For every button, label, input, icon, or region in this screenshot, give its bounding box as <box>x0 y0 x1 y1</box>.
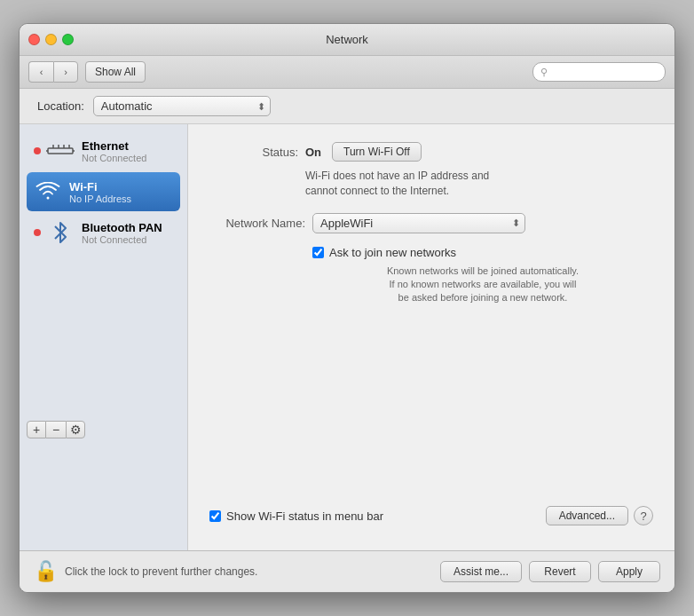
titlebar: Network <box>20 24 674 56</box>
sidebar: Ethernet Not Connected Wi-Fi No IP Add <box>20 124 188 550</box>
svg-rect-0 <box>48 148 73 154</box>
network-window: Network ‹ › Show All ⚲ Location: Automat… <box>19 23 675 593</box>
show-all-button[interactable]: Show All <box>85 61 146 83</box>
status-row: Status: On Turn Wi-Fi Off <box>209 142 653 162</box>
ethernet-status-dot <box>34 147 41 154</box>
search-icon: ⚲ <box>540 67 548 78</box>
search-box: ⚲ <box>532 62 666 82</box>
bluetooth-status-dot <box>34 229 41 236</box>
network-name-row: Network Name: AppleWiFi <box>209 213 653 233</box>
maximize-button[interactable] <box>62 34 74 45</box>
close-button[interactable] <box>28 34 40 45</box>
remove-network-button[interactable]: − <box>46 421 66 438</box>
status-value: On <box>305 146 321 159</box>
ask-to-join-description: Known networks will be joined automatica… <box>312 265 653 305</box>
ask-to-join-checkbox[interactable] <box>312 247 324 258</box>
help-button[interactable]: ? <box>634 506 653 525</box>
advanced-button[interactable]: Advanced... <box>546 506 628 525</box>
location-select-wrapper: Automatic Edit Locations... <box>93 96 271 116</box>
main-content: Ethernet Not Connected Wi-Fi No IP Add <box>20 124 674 550</box>
location-bar: Location: Automatic Edit Locations... <box>20 89 674 124</box>
back-button[interactable]: ‹ <box>28 61 53 83</box>
ethernet-icon <box>46 137 75 165</box>
apply-button[interactable]: Apply <box>598 561 660 582</box>
wifi-status: No IP Address <box>69 193 173 204</box>
network-name-select[interactable]: AppleWiFi <box>312 213 525 233</box>
bottom-row: 🔓 Click the lock to prevent further chan… <box>20 550 674 592</box>
lock-text: Click the lock to prevent further change… <box>65 565 257 578</box>
search-input[interactable] <box>550 66 658 78</box>
bluetooth-icon <box>46 218 75 247</box>
sidebar-item-ethernet[interactable]: Ethernet Not Connected <box>27 131 180 170</box>
ask-to-join-label: Ask to join new networks <box>329 246 456 259</box>
bluetooth-item-text: Bluetooth PAN Not Connected <box>82 221 173 245</box>
status-description: Wi-Fi does not have an IP address and ca… <box>305 169 653 199</box>
revert-button[interactable]: Revert <box>529 561 591 582</box>
show-wifi-status-row: Show Wi-Fi status in menu bar Advanced..… <box>209 506 653 525</box>
network-select-wrapper: AppleWiFi <box>312 213 525 233</box>
show-wifi-status-checkbox[interactable] <box>209 510 221 522</box>
minimize-button[interactable] <box>45 34 57 45</box>
wifi-item-text: Wi-Fi No IP Address <box>69 180 173 204</box>
sidebar-actions: + − ⚙ <box>27 421 85 438</box>
sidebar-item-wifi[interactable]: Wi-Fi No IP Address <box>27 172 180 211</box>
nav-buttons: ‹ › <box>28 61 78 83</box>
bottom-buttons: Assist me... Revert Apply <box>440 561 660 582</box>
lock-icon[interactable]: 🔓 <box>34 560 58 583</box>
sidebar-item-bluetooth[interactable]: Bluetooth PAN Not Connected <box>27 213 180 252</box>
turn-wifi-off-button[interactable]: Turn Wi-Fi Off <box>332 142 422 162</box>
lock-area: 🔓 Click the lock to prevent further chan… <box>34 560 257 583</box>
spacer <box>209 305 653 506</box>
forward-button[interactable]: › <box>53 61 78 83</box>
ethernet-name: Ethernet <box>82 139 173 153</box>
bluetooth-status: Not Connected <box>82 234 173 245</box>
detail-panel: Status: On Turn Wi-Fi Off Wi-Fi does not… <box>188 124 674 550</box>
ethernet-status: Not Connected <box>82 153 173 163</box>
bluetooth-name: Bluetooth PAN <box>82 221 173 234</box>
detail-inner: Status: On Turn Wi-Fi Off Wi-Fi does not… <box>209 142 653 533</box>
ethernet-item-text: Ethernet Not Connected <box>82 139 173 163</box>
location-label: Location: <box>37 99 84 113</box>
location-select[interactable]: Automatic Edit Locations... <box>93 96 271 116</box>
ask-to-join-row: Ask to join new networks <box>312 246 653 259</box>
traffic-lights <box>28 34 74 45</box>
network-settings-button[interactable]: ⚙ <box>66 421 85 438</box>
wifi-name: Wi-Fi <box>69 180 173 193</box>
window-title: Network <box>326 33 368 46</box>
show-wifi-status-label: Show Wi-Fi status in menu bar <box>226 509 383 523</box>
status-label: Status: <box>209 146 298 159</box>
network-name-label: Network Name: <box>209 217 305 230</box>
wifi-icon <box>34 178 62 206</box>
toolbar: ‹ › Show All ⚲ <box>20 56 674 89</box>
add-network-button[interactable]: + <box>27 421 46 438</box>
assist-me-button[interactable]: Assist me... <box>440 561 522 582</box>
